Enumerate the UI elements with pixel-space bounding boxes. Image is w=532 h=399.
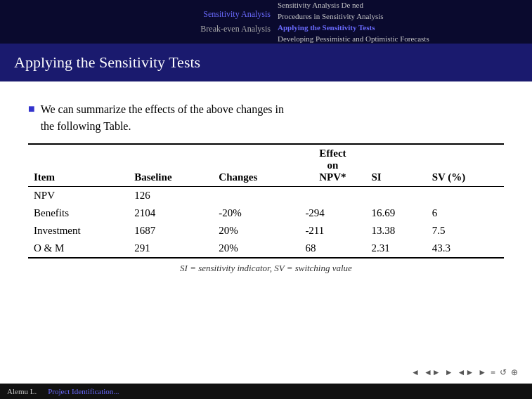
nav-menu-icon[interactable]: ≡ [491,367,495,378]
table-row: Investment 1687 20% -211 13.38 7.5 [28,222,504,240]
col-si: SI [366,144,427,187]
cell-changes-benefits: -20% [213,204,299,222]
nav-left: Sensitivity Analysis Break-even Analysis [0,0,271,44]
nav-item-applying[interactable]: Applying the Sensitivity Tests [278,23,525,32]
cell-item-benefits: Benefits [28,204,129,222]
table-body: NPV 126 Benefits 2104 -20% -294 16.69 6 … [28,187,504,259]
bullet-line1: We can summarize the effects of the abov… [41,103,284,115]
main-content: ■ We can summarize the effects of the ab… [0,81,532,281]
nav-right: Sensitivity Analysis De ned Procedures i… [271,0,532,44]
cell-si-benefits: 16.69 [366,204,427,222]
cell-item-npv: NPV [28,187,129,205]
bullet-section: ■ We can summarize the effects of the ab… [28,101,504,135]
cell-baseline-investment: 1687 [129,222,213,240]
cell-effect-investment: -211 [299,222,365,240]
cell-effect-benefits: -294 [299,204,365,222]
nav-item-developing[interactable]: Developing Pessimistic and Optimistic Fo… [278,34,525,43]
footer-controls: ◄ ◄► ► ◄► ► ≡ ↺ ⊕ [411,367,518,378]
col-item: Item [28,144,129,187]
cell-si-om: 2.31 [366,240,427,258]
cell-sv-benefits: 6 [427,204,504,222]
table-row: O & M 291 20% 68 2.31 43.3 [28,240,504,258]
cell-changes-npv [213,187,299,205]
nav-item-defined[interactable]: Sensitivity Analysis De ned [278,1,525,9]
cell-effect-npv [299,187,365,205]
col-changes: Changes [213,144,299,187]
title-banner: Applying the Sensitivity Tests [0,44,532,81]
cell-changes-om: 20% [213,240,299,258]
cell-item-investment: Investment [28,222,129,240]
cell-baseline-npv: 126 [129,187,213,205]
table-header: Item Baseline Changes EffectonNPV* SI SV… [28,144,504,187]
status-author: Alemu L. [7,387,37,395]
sensitivity-table: Item Baseline Changes EffectonNPV* SI SV… [28,143,504,259]
cell-sv-om: 43.3 [427,240,504,258]
nav-prev-icon[interactable]: ◄► [424,367,441,378]
nav-breakeven-analysis[interactable]: Break-even Analysis [200,24,271,34]
top-nav: Sensitivity Analysis Break-even Analysis… [0,0,532,44]
cell-sv-npv [427,187,504,205]
cell-changes-investment: 20% [213,222,299,240]
cell-si-npv [366,187,427,205]
nav-zoom-icon[interactable]: ⊕ [511,367,518,378]
table-note: SI = sensitivity indicator, SV = switchi… [28,263,504,274]
col-effect: EffectonNPV* [299,144,365,187]
col-sv: SV (%) [427,144,504,187]
cell-baseline-benefits: 2104 [129,204,213,222]
nav-play-icon[interactable]: ► [445,367,453,378]
nav-next-icon[interactable]: ◄► [458,367,474,378]
cell-baseline-om: 291 [129,240,213,258]
table-row: Benefits 2104 -20% -294 16.69 6 [28,204,504,222]
cell-item-om: O & M [28,240,129,258]
cell-effect-om: 68 [299,240,365,258]
nav-first-icon[interactable]: ◄ [411,367,420,378]
nav-last-icon[interactable]: ► [478,367,486,378]
nav-item-procedures[interactable]: Procedures in Sensitivity Analysis [278,12,525,20]
nav-sensitivity-analysis[interactable]: Sensitivity Analysis [203,9,271,20]
bullet-line2: the following Table. [41,120,131,132]
bullet-text: We can summarize the effects of the abov… [41,101,284,135]
table-row: NPV 126 [28,187,504,205]
nav-reset-icon[interactable]: ↺ [500,367,507,378]
status-bar: Alemu L. Project Identification... [0,384,532,399]
cell-sv-investment: 7.5 [427,222,504,240]
bullet-icon: ■ [28,103,35,135]
page-title: Applying the Sensitivity Tests [14,53,200,71]
cell-si-investment: 13.38 [366,222,427,240]
status-project: Project Identification... [48,387,119,395]
col-baseline: Baseline [129,144,213,187]
